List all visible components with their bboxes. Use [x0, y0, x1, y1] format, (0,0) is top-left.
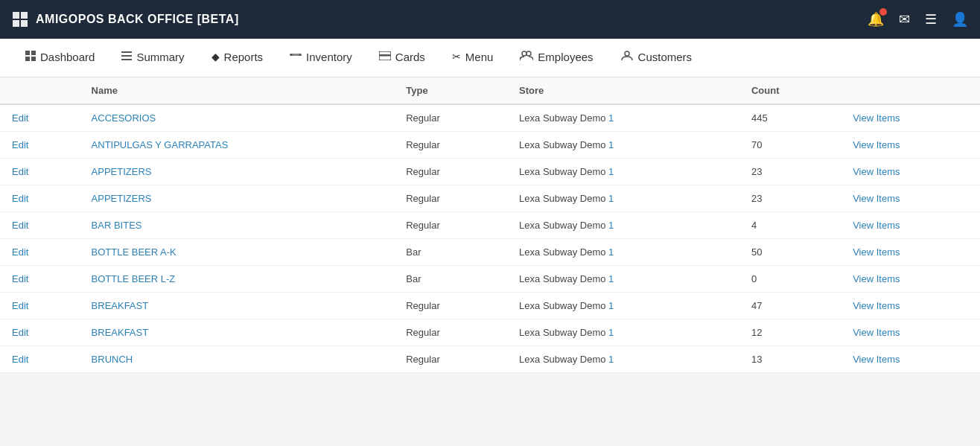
row-action-cell: View Items — [841, 346, 980, 373]
view-items-link[interactable]: View Items — [853, 220, 900, 231]
row-store-cell: Lexa Subway Demo 1 — [507, 132, 739, 159]
row-name-cell: ACCESORIOS — [80, 104, 395, 132]
svg-rect-7 — [31, 57, 36, 61]
nav-item-reports[interactable]: ◆ Reports — [198, 39, 277, 77]
nav-item-cards[interactable]: Cards — [366, 39, 439, 77]
row-action-cell: View Items — [841, 159, 980, 185]
table-row: Edit ANTIPULGAS Y GARRAPATAS Regular Lex… — [0, 132, 980, 159]
edit-link[interactable]: Edit — [12, 220, 28, 231]
row-count-cell: 70 — [739, 132, 841, 159]
table-row: Edit APPETIZERS Regular Lexa Subway Demo… — [0, 159, 980, 185]
nav-item-dashboard[interactable]: Dashboard — [12, 39, 108, 77]
view-items-link[interactable]: View Items — [853, 112, 900, 124]
store-number: 1 — [608, 273, 614, 284]
categories-table: Name Type Store Count Edit ACCESORIOS Re… — [0, 77, 980, 373]
category-name-link[interactable]: BOTTLE BEER L-Z — [92, 273, 176, 284]
dashboard-icon — [25, 51, 36, 63]
category-name-link[interactable]: BREAKFAST — [92, 327, 149, 338]
row-action-cell: View Items — [841, 212, 980, 239]
nav-item-customers[interactable]: Customers — [607, 39, 706, 77]
row-store-cell: Lexa Subway Demo 1 — [507, 212, 739, 239]
nav-label-dashboard: Dashboard — [40, 51, 95, 63]
nav-label-summary: Summary — [136, 51, 184, 63]
table-row: Edit BOTTLE BEER L-Z Bar Lexa Subway Dem… — [0, 266, 980, 293]
row-store-cell: Lexa Subway Demo 1 — [507, 185, 739, 212]
category-name-link[interactable]: APPETIZERS — [92, 193, 152, 204]
category-name-link[interactable]: APPETIZERS — [92, 166, 152, 177]
row-name-cell: APPETIZERS — [80, 159, 395, 185]
row-action-cell: View Items — [841, 319, 980, 346]
row-store-cell: Lexa Subway Demo 1 — [507, 346, 739, 373]
svg-rect-1 — [21, 12, 28, 19]
nav-item-employees[interactable]: Employees — [506, 39, 606, 77]
row-type-cell: Bar — [394, 239, 507, 266]
edit-link[interactable]: Edit — [12, 166, 28, 177]
table-row: Edit ACCESORIOS Regular Lexa Subway Demo… — [0, 104, 980, 132]
row-type-cell: Regular — [394, 159, 507, 185]
category-name-link[interactable]: BOTTLE BEER A-K — [92, 246, 176, 258]
customers-icon — [620, 51, 634, 63]
category-name-link[interactable]: ANTIPULGAS Y GARRAPATAS — [92, 139, 229, 150]
store-number: 1 — [608, 112, 614, 124]
row-type-cell: Regular — [394, 185, 507, 212]
store-number: 1 — [608, 193, 614, 204]
user-icon[interactable]: 👤 — [952, 11, 968, 28]
row-action-cell: View Items — [841, 266, 980, 293]
app-title: AMIGOPOS BACK OFFICE [BETA] — [36, 13, 239, 26]
row-count-cell: 23 — [739, 185, 841, 212]
inventory-icon — [290, 51, 302, 63]
row-count-cell: 4 — [739, 212, 841, 239]
bell-icon[interactable]: 🔔 — [868, 11, 884, 28]
row-edit-cell: Edit — [0, 346, 80, 373]
row-count-cell: 47 — [739, 293, 841, 319]
edit-link[interactable]: Edit — [12, 246, 28, 258]
row-edit-cell: Edit — [0, 293, 80, 319]
category-name-link[interactable]: BREAKFAST — [92, 300, 149, 311]
view-items-link[interactable]: View Items — [853, 166, 900, 177]
edit-link[interactable]: Edit — [12, 273, 28, 284]
row-name-cell: BRUNCH — [80, 346, 395, 373]
row-edit-cell: Edit — [0, 212, 80, 239]
edit-link[interactable]: Edit — [12, 300, 28, 311]
edit-link[interactable]: Edit — [12, 112, 28, 124]
edit-link[interactable]: Edit — [12, 139, 28, 150]
category-name-link[interactable]: ACCESORIOS — [92, 112, 156, 124]
nav-label-inventory: Inventory — [306, 51, 352, 63]
view-items-link[interactable]: View Items — [853, 193, 900, 204]
main-nav: Dashboard Summary ◆ Reports Inventory — [0, 39, 980, 77]
row-store-cell: Lexa Subway Demo 1 — [507, 159, 739, 185]
view-items-link[interactable]: View Items — [853, 354, 900, 365]
header-left: AMIGOPOS BACK OFFICE [BETA] — [12, 11, 239, 28]
edit-link[interactable]: Edit — [12, 327, 28, 338]
row-edit-cell: Edit — [0, 104, 80, 132]
category-name-link[interactable]: BRUNCH — [92, 354, 133, 365]
mail-icon[interactable]: ✉ — [899, 11, 910, 28]
svg-rect-3 — [21, 20, 28, 27]
nav-label-reports: Reports — [224, 51, 264, 63]
row-edit-cell: Edit — [0, 266, 80, 293]
row-name-cell: ANTIPULGAS Y GARRAPATAS — [80, 132, 395, 159]
store-number: 1 — [608, 139, 614, 150]
row-count-cell: 0 — [739, 266, 841, 293]
view-items-link[interactable]: View Items — [853, 327, 900, 338]
svg-rect-10 — [121, 59, 132, 60]
view-items-link[interactable]: View Items — [853, 246, 900, 258]
svg-rect-5 — [31, 51, 36, 55]
logo-icon — [12, 11, 28, 28]
col-edit — [0, 77, 80, 104]
svg-point-15 — [522, 51, 526, 56]
edit-link[interactable]: Edit — [12, 354, 28, 365]
menu-icon[interactable]: ☰ — [925, 11, 937, 28]
view-items-link[interactable]: View Items — [853, 139, 900, 150]
view-items-link[interactable]: View Items — [853, 273, 900, 284]
store-number: 1 — [608, 220, 614, 231]
category-name-link[interactable]: BAR BITES — [92, 220, 142, 231]
row-count-cell: 13 — [739, 346, 841, 373]
row-count-cell: 445 — [739, 104, 841, 132]
nav-item-summary[interactable]: Summary — [108, 39, 197, 77]
nav-item-inventory[interactable]: Inventory — [276, 39, 366, 77]
view-items-link[interactable]: View Items — [853, 300, 900, 311]
nav-item-menu[interactable]: ✂ Menu — [439, 39, 507, 77]
edit-link[interactable]: Edit — [12, 193, 28, 204]
row-edit-cell: Edit — [0, 159, 80, 185]
